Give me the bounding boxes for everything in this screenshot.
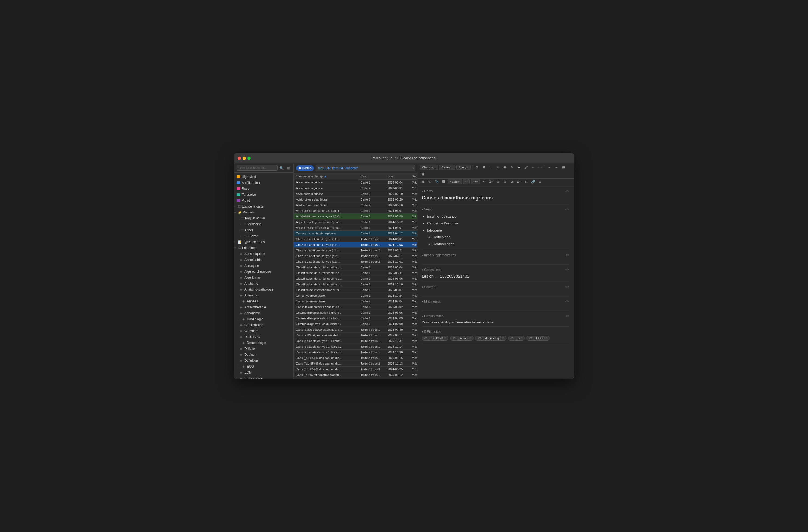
sources-header[interactable]: ▾ Sources </> <box>422 285 569 289</box>
st-icon[interactable]: St <box>523 179 529 185</box>
sidebar-item-aigu[interactable]: ◈ Aigu-ou-chronique <box>235 269 294 275</box>
minimize-button[interactable] <box>242 157 246 160</box>
ln-icon[interactable]: Ln <box>509 179 515 185</box>
table-row[interactable]: Dans l'acido-cétose diabétique, o...Text… <box>294 327 417 332</box>
sidebar-item-animaux[interactable]: ◈ Animaux <box>235 292 294 298</box>
table-row[interactable]: Anti-diabétiques autorisés dans l...Cart… <box>294 208 417 214</box>
sidebar-item-bazar[interactable]: 🗃 ~Bazar <box>235 233 294 239</box>
sidebar-item-anatomie[interactable]: ◈ Anatomie <box>235 280 294 287</box>
sidebar-item-ecn[interactable]: ◈ ECN <box>235 369 294 375</box>
infos-collapse-icon[interactable]: </> <box>566 254 569 257</box>
col-header-deck[interactable]: Deck <box>410 173 417 180</box>
cartes-button[interactable]: Cartes <box>296 165 314 171</box>
tag-badge[interactable]: 🏷Endocrinologie× <box>475 336 507 341</box>
sidebar-item-amelioration[interactable]: Amélioration <box>235 180 294 186</box>
verso-collapse-icon[interactable]: </> <box>566 208 569 211</box>
close-icon[interactable]: ✕ <box>509 164 515 170</box>
sidebar-search-icon[interactable]: 🔍 <box>279 165 284 171</box>
table-icon[interactable]: ⊟ <box>420 171 426 177</box>
table-row[interactable]: Conseils alimentaires dans le dia...Cart… <box>294 304 417 310</box>
underline-icon[interactable]: U <box>495 164 501 170</box>
abbr-button[interactable]: <abbr> <box>448 179 462 184</box>
tag-badge[interactable]: 🏷....Autres× <box>450 336 474 341</box>
cartes-liees-collapse-icon[interactable]: </> <box>566 268 569 271</box>
sidebar-item-acronyme[interactable]: ◈ Acronyme <box>235 263 294 269</box>
table-row[interactable]: Coma hyperosmolaireCarte 12024-10-24Méde… <box>294 293 417 298</box>
table-row[interactable]: Dans le diabète de type 1, la nép...Text… <box>294 344 417 349</box>
sidebar-item-violet[interactable]: Violet <box>235 198 294 203</box>
sidebar-item-turquoise[interactable]: Turquoise <box>235 191 294 198</box>
etiquettes-header[interactable]: ▾ 5 Étiquettes <box>422 330 569 334</box>
table-row[interactable]: Dans le diabète de type 1, l'insuff...Te… <box>294 338 417 344</box>
table-row[interactable]: Chez le diabétique de type 2, la ...Text… <box>294 236 417 242</box>
sidebar-item-sans-etiquette[interactable]: ◈ Sans étiquette <box>235 251 294 257</box>
table-row[interactable]: Acanthosis nigricansCarte 32026-02-10Méd… <box>294 191 417 197</box>
recto-collapse-icon[interactable]: </> <box>566 190 569 193</box>
maximize-button[interactable] <box>247 157 251 160</box>
gear-icon[interactable]: ⚙ <box>474 164 480 170</box>
fx-icon[interactable]: f(x) <box>427 179 433 185</box>
align-icon[interactable]: ≡ <box>547 164 552 170</box>
table-row[interactable]: Dans la DMLA, les atteintes de l...Texte… <box>294 332 417 338</box>
highlight-icon[interactable]: 🖌 <box>523 164 529 170</box>
table-row[interactable]: Dans le diabète de type 1, la nép...Text… <box>294 349 417 355</box>
table-row[interactable]: Acido-cétose diabétiqueCarte 12024-06-20… <box>294 197 417 202</box>
table-row[interactable]: Dans {{c1::85}}% des cas, un dia...Texte… <box>294 366 417 372</box>
format2-icon[interactable]: ⊠ <box>420 179 426 185</box>
numlist-icon[interactable]: 1≡ <box>488 179 494 185</box>
table-row[interactable]: Acanthosis nigricansCarte 12026-05-04Méd… <box>294 180 417 185</box>
sidebar-item-paquets[interactable]: 📁 Paquets <box>235 209 294 215</box>
code-button[interactable]: </> <box>471 179 480 184</box>
italic-icon[interactable]: I <box>488 164 494 170</box>
sidebar-item-etat[interactable]: ☐ État de la carte <box>235 203 294 209</box>
tag-remove-button[interactable]: × <box>546 336 547 340</box>
sidebar-item-difficile[interactable]: ◈ Difficile <box>235 346 294 352</box>
em-icon[interactable]: Em <box>516 179 522 185</box>
indent2-icon[interactable]: ⊞ <box>495 179 501 185</box>
sidebar-item-rose[interactable]: Rose <box>235 186 294 191</box>
table-row[interactable]: Dans {{c1::85}}% des cas, un dia...Texte… <box>294 355 417 361</box>
sidebar-item-embryologie[interactable]: ◈ Embryologie <box>235 375 294 379</box>
more-icon[interactable]: ⋯ <box>537 164 543 170</box>
sidebar-item-ecg[interactable]: ◈ ECG <box>235 364 294 369</box>
table-row[interactable]: Aspect histologique de la néphro...Carte… <box>294 225 417 231</box>
sources-collapse-icon[interactable]: </> <box>566 286 569 288</box>
cartes-toolbar-button[interactable]: Cartes... <box>439 165 455 170</box>
table-row[interactable]: Chez le diabétique de type {c1::...Texte… <box>294 253 417 259</box>
tag-remove-button[interactable]: × <box>444 336 446 340</box>
font-color-icon[interactable]: A <box>516 164 522 170</box>
link-icon[interactable]: 🔗 <box>530 179 536 185</box>
table-row[interactable]: Dans {{c1::85}}% des cas, un dia...Texte… <box>294 361 417 366</box>
verso-section-header[interactable]: ▾ Verso </> <box>422 207 569 211</box>
col-header-due[interactable]: Due <box>385 173 410 180</box>
table-row[interactable]: Classification internationale du ri...Ca… <box>294 287 417 293</box>
indent-icon[interactable]: ⊞ <box>561 164 567 170</box>
layout-icon[interactable]: ⊞ <box>537 179 543 185</box>
bold-icon[interactable]: B <box>481 164 487 170</box>
table-row[interactable]: Acanthosis nigricansCarte 22026-05-31Méd… <box>294 185 417 191</box>
sidebar-search-input[interactable] <box>237 165 278 170</box>
sidebar-item-algorithme[interactable]: ◈ Algorithme <box>235 275 294 280</box>
tag-remove-button[interactable]: × <box>521 336 522 340</box>
table-row[interactable]: Critères d'hospitalisation de l'aci...Ca… <box>294 315 417 321</box>
table-row[interactable]: Classification de la rétinopathie d...Ca… <box>294 264 417 270</box>
cartes-liees-header[interactable]: ▾ Cartes liées </> <box>422 268 569 272</box>
sidebar-item-aphorisme[interactable]: ◈ Aphorisme <box>235 310 294 316</box>
sidebar-item-copyright[interactable]: ◈ Copyright <box>235 328 294 334</box>
search-dropdown-icon[interactable]: ▾ <box>412 166 414 170</box>
table-row[interactable]: Classification de la rétinopathie d...Ca… <box>294 270 417 276</box>
list-icon[interactable]: ≡ <box>554 164 559 170</box>
strikethrough-icon[interactable]: X <box>502 164 508 170</box>
tag-badge[interactable]: 🏷....DFASM1× <box>422 336 448 341</box>
table-row[interactable]: Critères diagnostiques du diabèt...Carte… <box>294 321 417 327</box>
search-input[interactable] <box>316 165 415 171</box>
sidebar-item-other[interactable]: 🗃 Other <box>235 227 294 233</box>
table2-icon[interactable]: ⊟ <box>502 179 508 185</box>
sidebar-item-deck-ecg[interactable]: ◈ Deck-ECG <box>235 334 294 340</box>
sidebar-item-paquet-actuel[interactable]: 🗃 Paquet actuel <box>235 215 294 221</box>
sidebar-item-etiquettes[interactable]: 🏷 Étiquettes <box>235 245 294 251</box>
table-row[interactable]: Classification de la rétinopathie d...Ca… <box>294 281 417 287</box>
table-row[interactable]: Antidiabétiques oraux ayant l'AM...Carte… <box>294 214 417 219</box>
curly-button[interactable]: {} <box>463 179 470 184</box>
format-icon[interactable]: ⟐ <box>530 164 536 170</box>
